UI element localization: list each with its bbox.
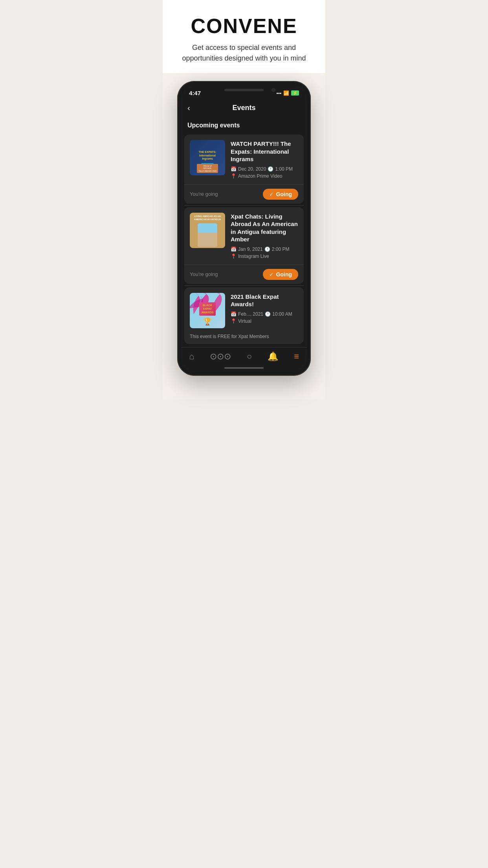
awards-thumbnail: BLACKEXPATAWARDS 🏆: [190, 293, 225, 328]
status-icons: ▪▪▪ 📶 ⚡: [276, 90, 299, 96]
watch-party-going-button[interactable]: ✓ Going: [263, 189, 298, 200]
xpat-going-button[interactable]: ✓ Going: [263, 269, 298, 280]
nav-header: ‹ Events: [181, 98, 307, 120]
home-icon: ⌂: [189, 351, 194, 362]
xpat-going-label: You're going: [190, 271, 218, 277]
watch-party-info: WATCH PARTY!!! The Expats: International…: [231, 140, 298, 180]
nav-home[interactable]: ⌂: [189, 351, 194, 362]
notch: [224, 89, 264, 91]
xpat-title: Xpat Chats: Living Abroad As An American…: [231, 213, 298, 243]
xpat-date: Jan 9, 2021: [238, 246, 263, 252]
xpat-card-bottom: You're going ✓ Going: [184, 265, 304, 284]
profile-icon: ○: [247, 351, 252, 362]
messages-icon: ⊙⊙⊙: [210, 351, 231, 362]
awards-calendar-icon: 📅: [231, 311, 237, 317]
watch-party-going-text: Going: [276, 191, 292, 197]
menu-icon: ≡: [294, 351, 299, 362]
xpat-info: Xpat Chats: Living Abroad As An American…: [231, 213, 298, 261]
back-button[interactable]: ‹: [187, 102, 193, 114]
awards-location: Virtual: [238, 318, 251, 324]
nav-title: Events: [232, 104, 255, 112]
watch-party-location-meta: 📍 Amazon Prime Video: [231, 173, 298, 179]
nav-profile[interactable]: ○: [247, 351, 252, 362]
awards-location-icon: 📍: [231, 318, 237, 324]
signal-icon: ▪▪▪: [276, 90, 281, 96]
wifi-icon: 📶: [283, 90, 289, 96]
phone-frame: 4:47 ▪▪▪ 📶 ⚡ ‹ Events Upcoming events: [177, 81, 311, 376]
upcoming-events-label: Upcoming events: [181, 120, 307, 133]
watch-party-time: 1:00 PM: [275, 166, 293, 172]
nav-notifications[interactable]: 🔔: [268, 351, 278, 362]
xpat-location: Instagram Live: [238, 254, 269, 259]
going-check-icon: ✓: [269, 191, 274, 197]
divider-2: [184, 285, 304, 286]
awards-date: Feb..., 2021: [238, 311, 263, 317]
xpat-location-meta: 📍 Instagram Live: [231, 254, 298, 259]
awards-info: 2021 Black Expat Awards! 📅 Feb..., 2021 …: [231, 293, 298, 328]
awards-card-top: BLACKEXPATAWARDS 🏆 2021 Black Expat Awar…: [184, 287, 304, 332]
header-section: CONVENE Get access to special events and…: [163, 0, 325, 73]
xpat-card-top: LIVING ABROAD AS ANAMERICAN IN ANTIGUA X…: [184, 207, 304, 265]
nav-menu[interactable]: ≡: [294, 351, 299, 362]
awards-location-meta: 📍 Virtual: [231, 318, 298, 324]
watch-party-location: Amazon Prime Video: [238, 173, 283, 179]
clock-icon: 🕐: [268, 166, 273, 172]
bottom-navigation: ⌂ ⊙⊙⊙ ○ 🔔 ≡: [181, 347, 307, 364]
awards-description: This event is FREE for Xpat Members: [184, 332, 304, 344]
event-card-watch-party: THE EXPATS:InternationalIngrams prime vi…: [184, 134, 304, 204]
battery-icon: ⚡: [291, 90, 299, 96]
xpat-thumbnail: LIVING ABROAD AS ANAMERICAN IN ANTIGUA: [190, 213, 225, 248]
bell-icon: 🔔: [268, 351, 278, 362]
home-indicator: [181, 364, 307, 372]
event-card-top: THE EXPATS:InternationalIngrams prime vi…: [184, 134, 304, 184]
awards-date-meta: 📅 Feb..., 2021 🕐 10:00 AM: [231, 311, 298, 317]
xpat-date-meta: 📅 Jan 9, 2021 🕐 2:00 PM: [231, 246, 298, 252]
xpat-location-icon: 📍: [231, 254, 237, 259]
watch-party-card-bottom: You're going ✓ Going: [184, 184, 304, 204]
watch-party-date-meta: 📅 Dec 20, 2020 🕐 1:00 PM: [231, 166, 298, 172]
xpat-going-check-icon: ✓: [269, 271, 274, 278]
awards-time: 10:00 AM: [272, 311, 292, 317]
watch-party-date: Dec 20, 2020: [238, 166, 266, 172]
xpat-going-text: Going: [276, 271, 292, 278]
app-subtitle: Get access to special events and opportu…: [174, 42, 314, 64]
awards-title: 2021 Black Expat Awards!: [231, 293, 298, 308]
screen-content: Upcoming events THE EXPATS:International…: [181, 120, 307, 346]
camera-dot: [272, 88, 275, 92]
divider-1: [184, 205, 304, 206]
watch-party-title: WATCH PARTY!!! The Expats: International…: [231, 140, 298, 163]
phone-screen: 4:47 ▪▪▪ 📶 ⚡ ‹ Events Upcoming events: [181, 85, 307, 372]
status-bar: 4:47 ▪▪▪ 📶 ⚡: [181, 85, 307, 98]
nav-messages[interactable]: ⊙⊙⊙: [210, 351, 231, 362]
xpat-clock-icon: 🕐: [264, 246, 270, 252]
event-card-xpat-chats: LIVING ABROAD AS ANAMERICAN IN ANTIGUA X…: [184, 207, 304, 284]
app-title: CONVENE: [174, 16, 314, 36]
home-bar: [224, 367, 264, 369]
page-wrapper: CONVENE Get access to special events and…: [163, 0, 325, 399]
awards-clock-icon: 🕐: [265, 311, 271, 317]
location-icon: 📍: [231, 173, 237, 179]
xpat-calendar-icon: 📅: [231, 246, 237, 252]
status-time: 4:47: [189, 90, 201, 96]
calendar-icon: 📅: [231, 166, 237, 172]
event-card-awards: BLACKEXPATAWARDS 🏆 2021 Black Expat Awar…: [184, 287, 304, 344]
watch-party-going-label: You're going: [190, 191, 218, 197]
xpat-time: 2:00 PM: [272, 246, 290, 252]
watch-party-thumbnail: THE EXPATS:InternationalIngrams prime vi…: [190, 140, 225, 175]
